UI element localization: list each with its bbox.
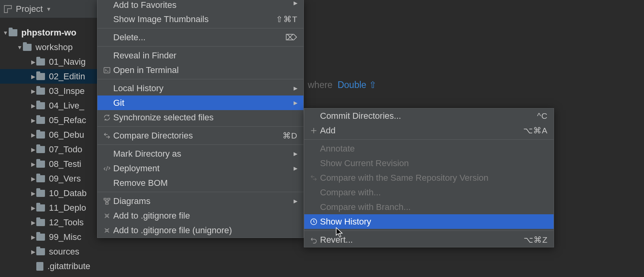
tree-folder[interactable]: ▶ 10_Datab [0,186,103,200]
menu-item-diagrams[interactable]: Diagrams ▶ [97,194,303,208]
collapse-arrow-icon[interactable]: ▶ [30,103,36,109]
expand-arrow-icon[interactable]: ▼ [2,30,9,36]
menu-separator [97,79,303,79]
search-everywhere-hint: where Double ⇧ [308,80,376,90]
menu-label: Diagrams [113,196,286,206]
project-tree[interactable]: ▼ phpstorm-wo ▼ workshop ▶ 01_Navig ▶ 02… [0,18,103,273]
revert-icon [307,236,320,244]
menu-item-delete[interactable]: Delete... ⌦ [97,30,303,45]
folder-icon [36,248,45,255]
tree-folder[interactable]: ▶ 09_Vers [0,171,103,186]
diagrams-icon [101,197,113,205]
menu-label: Add [320,125,511,136]
menu-label: Show Image Thumbnails [113,14,264,24]
menu-item-revert[interactable]: Revert... ⌥⌘Z [304,232,554,247]
menu-label: Add to .gitignore file [113,211,298,221]
menu-item-annotate: Annotate [304,141,554,156]
svg-point-5 [106,229,108,231]
collapse-arrow-icon[interactable]: ▶ [30,146,36,153]
menu-label: Delete... [113,32,273,43]
shortcut-label: ⇧⌘T [276,15,298,24]
collapse-arrow-icon[interactable]: ▶ [30,132,36,138]
collapse-arrow-icon[interactable]: ▶ [30,219,36,226]
menu-item-remove-bom[interactable]: Remove BOM [97,176,303,190]
menu-label: Show History [320,217,548,227]
menu-label: Remove BOM [113,178,298,188]
folder-icon [36,117,45,124]
tree-file[interactable]: .gitattribute [0,259,103,273]
tree-folder[interactable]: ▶ 03_Inspe [0,84,103,98]
menu-item-mark-dir[interactable]: Mark Directory as ▶ [97,146,303,161]
tree-folder[interactable]: ▶ 01_Navig [0,54,103,69]
menu-label: Add to Favorites [113,0,286,10]
tree-folder[interactable]: ▶ 11_Deplo [0,200,103,215]
tree-folder-selected[interactable]: ▶ 02_Editin [0,69,103,84]
svg-rect-2 [108,198,110,200]
project-tool-header[interactable]: Project ▼ [0,0,99,18]
tree-folder[interactable]: ▶ 05_Refac [0,113,103,127]
collapse-arrow-icon[interactable]: ▶ [30,117,36,124]
collapse-arrow-icon[interactable]: ▶ [30,249,36,255]
menu-label: Compare with Branch... [320,202,548,212]
git-submenu: Commit Directories... ^C Add ⌥⌘A Annotat… [304,108,554,247]
tree-label: 08_Testi [49,159,81,169]
menu-label: Compare with... [320,187,548,198]
tree-folder[interactable]: ▶ 06_Debu [0,127,103,142]
collapse-arrow-icon[interactable]: ▶ [30,73,36,80]
menu-item-compare-dirs[interactable]: Compare Directories ⌘D [97,128,303,143]
tree-label: .gitattribute [47,261,90,271]
folder-icon [36,88,45,95]
collapse-arrow-icon[interactable]: ▶ [30,205,36,211]
menu-item-deployment[interactable]: Deployment ▶ [97,161,303,176]
menu-label: Show Current Revision [320,158,548,168]
history-icon [307,218,320,226]
collapse-arrow-icon[interactable]: ▶ [30,161,36,167]
menu-item-show-history[interactable]: Show History [304,214,554,229]
collapse-arrow-icon[interactable]: ▶ [30,59,36,65]
shortcut-label: ^C [537,111,548,121]
menu-item-compare-same: Compare with the Same Repository Version [304,170,554,185]
menu-item-gitignore-add[interactable]: Add to .gitignore file [97,208,303,223]
menu-separator [97,46,303,47]
menu-item-sync[interactable]: Synchronize selected files [97,110,303,125]
folder-icon [36,73,45,80]
tree-folder[interactable]: ▶ sources [0,244,103,259]
tree-folder[interactable]: ▶ 07_Todo [0,142,103,157]
folder-icon [36,234,45,241]
collapse-arrow-icon[interactable]: ▶ [30,88,36,94]
tree-root[interactable]: ▼ phpstorm-wo [0,25,103,40]
tree-folder[interactable]: ▼ workshop [0,40,103,54]
menu-item-gitignore-unignore[interactable]: Add to .gitignore file (unignore) [97,223,303,238]
compare-icon [101,132,113,140]
expand-arrow-icon[interactable]: ▼ [17,44,23,51]
menu-item-reveal[interactable]: Reveal in Finder [97,48,303,63]
menu-label: Local History [113,83,286,94]
tree-folder[interactable]: ▶ 12_Tools [0,215,103,230]
menu-item-commit[interactable]: Commit Directories... ^C [304,109,554,123]
collapse-arrow-icon[interactable]: ▶ [30,234,36,240]
tree-folder[interactable]: ▶ 99_Misc [0,230,103,244]
submenu-arrow-icon: ▶ [294,85,298,91]
tree-folder[interactable]: ▶ 08_Testi [0,157,103,171]
shortcut-label: ⌥⌘Z [524,235,548,245]
menu-label: Commit Directories... [320,111,525,121]
chevron-down-icon: ▼ [46,6,51,12]
collapse-arrow-icon[interactable]: ▶ [30,190,36,197]
menu-item-git[interactable]: Git ▶ [97,95,303,110]
folder-icon [23,44,32,51]
menu-label: Compare with the Same Repository Version [320,173,548,183]
project-icon [4,5,12,13]
tree-label: 09_Vers [49,174,81,184]
terminal-icon [101,66,113,74]
menu-item-git-add[interactable]: Add ⌥⌘A [304,123,554,138]
menu-item-add-favorites[interactable]: Add to Favorites ▶ [97,0,303,12]
tree-folder[interactable]: ▶ 04_Live_ [0,98,103,113]
submenu-arrow-icon: ▶ [294,198,298,204]
collapse-arrow-icon[interactable]: ▶ [30,176,36,182]
folder-icon [36,131,45,138]
menu-item-terminal[interactable]: Open in Terminal [97,63,303,77]
menu-label: Mark Directory as [113,149,286,159]
folder-icon [36,219,45,226]
menu-item-local-history[interactable]: Local History ▶ [97,81,303,95]
menu-item-thumbnails[interactable]: Show Image Thumbnails ⇧⌘T [97,12,303,26]
